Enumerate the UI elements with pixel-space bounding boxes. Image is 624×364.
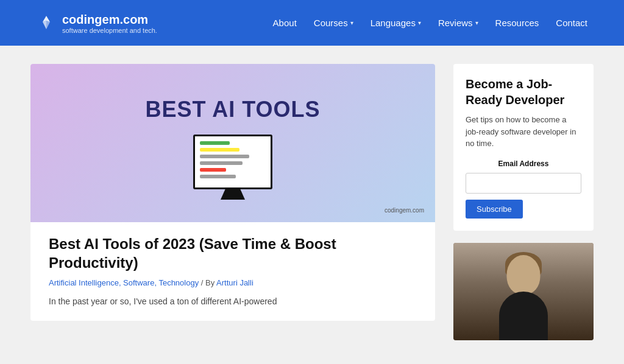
widget-desc: Get tips on how to become a job-ready so… bbox=[466, 114, 581, 150]
logo[interactable]: codingem.com software development and te… bbox=[37, 12, 157, 34]
chevron-down-icon: ▾ bbox=[418, 19, 421, 26]
chevron-down-icon: ▾ bbox=[350, 19, 353, 26]
chevron-down-icon: ▾ bbox=[475, 19, 478, 26]
article-hero-image: BEST AI TOOLS codingem.com bbox=[30, 64, 435, 222]
article-image-wrapper: BEST AI TOOLS codingem.com bbox=[30, 64, 435, 222]
article-excerpt: In the past year or so, I've used a ton … bbox=[49, 295, 417, 308]
monitor-line bbox=[200, 175, 236, 178]
nav-item-about[interactable]: About bbox=[273, 18, 297, 28]
email-input[interactable] bbox=[466, 173, 581, 194]
logo-subtitle: software development and tech. bbox=[62, 27, 157, 34]
monitor-line bbox=[200, 161, 243, 165]
page-wrapper: BEST AI TOOLS codingem.com Best AI Tools… bbox=[0, 46, 624, 359]
person-body bbox=[499, 292, 548, 340]
main-nav: About Courses ▾ Languages ▾ Reviews ▾ Re… bbox=[273, 18, 587, 28]
monitor-line bbox=[200, 148, 239, 152]
logo-title: codingem.com bbox=[62, 12, 157, 27]
monitor-illustration bbox=[193, 135, 272, 189]
nav-item-reviews[interactable]: Reviews ▾ bbox=[438, 18, 478, 28]
monitor-line bbox=[200, 141, 230, 145]
email-label: Email Address bbox=[466, 159, 581, 168]
hero-title: BEST AI TOOLS bbox=[145, 97, 320, 122]
sidebar-author-photo bbox=[453, 243, 594, 340]
nav-item-resources[interactable]: Resources bbox=[495, 18, 539, 28]
widget-title: Become a Job-Ready Developer bbox=[466, 76, 581, 108]
subscribe-button[interactable]: Subscribe bbox=[466, 200, 523, 219]
meta-separator: / By bbox=[201, 278, 216, 287]
nav-item-contact[interactable]: Contact bbox=[556, 18, 587, 28]
nav-item-languages[interactable]: Languages ▾ bbox=[370, 18, 421, 28]
person-head bbox=[507, 255, 541, 295]
article-card: BEST AI TOOLS codingem.com Best AI Tools… bbox=[30, 64, 435, 321]
email-signup-widget: Become a Job-Ready Developer Get tips on… bbox=[453, 64, 594, 231]
nav-item-courses[interactable]: Courses ▾ bbox=[314, 18, 353, 28]
monitor-wrapper bbox=[193, 135, 272, 189]
article-categories[interactable]: Artificial Intelligence, Software, Techn… bbox=[49, 278, 199, 287]
monitor-line bbox=[200, 155, 249, 158]
monitor-line bbox=[200, 168, 226, 172]
article-content: Best AI Tools of 2023 (Save Time & Boost… bbox=[30, 234, 435, 309]
article-meta: Artificial Intelligence, Software, Techn… bbox=[49, 278, 417, 287]
article-title: Best AI Tools of 2023 (Save Time & Boost… bbox=[49, 234, 417, 272]
article-author[interactable]: Artturi Jalli bbox=[216, 278, 254, 287]
logo-icon bbox=[37, 13, 56, 33]
hero-watermark: codingem.com bbox=[385, 207, 424, 214]
sidebar: Become a Job-Ready Developer Get tips on… bbox=[453, 64, 594, 340]
site-header: codingem.com software development and te… bbox=[0, 0, 624, 46]
